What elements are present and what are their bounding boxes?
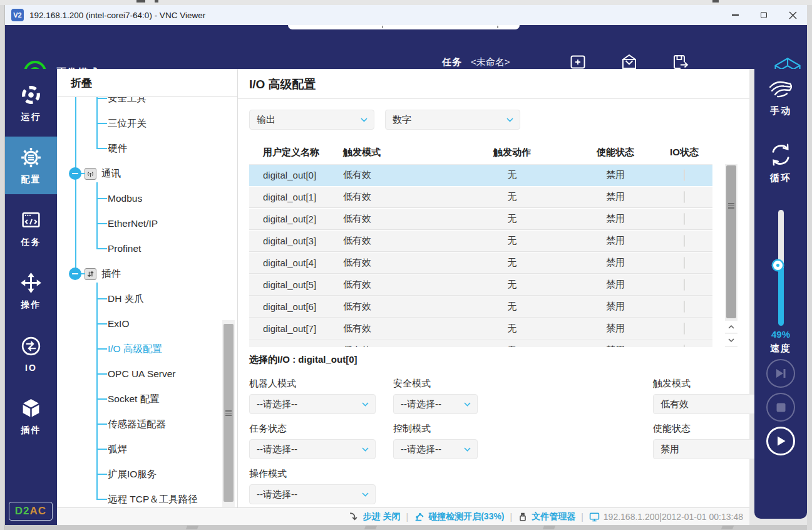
io-state-checkbox[interactable] [684,345,685,347]
sidebar-item-config[interactable]: 配置 [5,137,57,194]
desktop-artifact [155,0,158,3]
play-button[interactable] [766,427,795,455]
loop-mode-button[interactable]: 循环 [754,142,807,184]
table-row[interactable]: digital_out[2] 低有效 无 禁用 [249,209,712,230]
sidebar-item-io[interactable]: IO [5,325,57,382]
trigger-action-cell: 无 [450,323,575,335]
table-row[interactable]: digital_out[3] 低有效 无 禁用 [249,231,712,252]
enable-state-cell: 禁用 [575,301,656,313]
form-field-select[interactable]: --请选择-- [249,394,376,414]
app-header: 正常模式 任务 <未命名> 配置 default 新建 打开 [5,25,807,69]
tree-item[interactable]: Modbus [57,186,237,211]
right-control-sidebar: 手动 循环 49% 速度 [754,69,807,519]
tree-item[interactable]: I/O 高级配置 [57,336,237,361]
table-scrollbar[interactable] [725,164,737,347]
slider-thumb[interactable] [773,261,783,270]
sidebar-item-operate[interactable]: 操作 [5,262,57,320]
select-value: --请选择-- [401,444,441,455]
signal-type-select[interactable]: 数字 [385,110,520,130]
form-field: 安全模式 --请选择-- [393,378,653,414]
tree-item-label: Modbus [108,193,142,204]
io-state-checkbox[interactable] [684,279,685,291]
enable-state-cell: 禁用 [575,279,656,291]
io-name-cell: digital_out[4] [249,257,343,268]
io-name-cell: digital_out[1] [249,192,343,202]
tree-item[interactable]: 硬件 [57,136,237,161]
io-name-cell: digital_out[6] [249,301,343,312]
tree-item[interactable]: 扩展IO服务 [57,462,237,487]
file-manager-button[interactable]: 文件管理器 [518,511,575,522]
io-state-checkbox[interactable] [684,235,685,247]
d2ac-badge[interactable]: D2AC [9,502,53,521]
collapse-toggle-icon[interactable] [69,167,81,180]
tree-item[interactable]: 通讯 [57,161,237,186]
form-field-select[interactable]: --请选择-- [249,439,376,459]
step-forward-button[interactable] [766,359,795,388]
table-row[interactable]: digital_out[5] 低有效 无 禁用 [249,274,712,296]
tree-item[interactable]: 插件 [57,261,237,286]
tree-item[interactable]: Socket 配置 [57,387,237,412]
tree-item-label: OPC UA Server [108,368,176,380]
io-state-checkbox[interactable] [684,213,685,225]
form-field: 触发模式 低有效 [653,378,748,414]
column-header: 用户定义名称 [249,147,343,158]
scroll-up-button[interactable] [725,321,737,333]
manual-mode-button[interactable]: 手动 [754,78,807,117]
stop-button[interactable] [766,393,795,422]
form-field-select[interactable]: --请选择-- [393,394,478,414]
io-direction-select[interactable]: 输出 [249,110,374,130]
tree-item[interactable]: DH 夹爪 [57,286,237,311]
tree-item[interactable]: ExIO [57,311,237,336]
table-row[interactable]: digital_out[0] 低有效 无 禁用 [249,165,712,186]
tree-item-label: 扩展IO服务 [108,468,157,481]
maximize-button[interactable] [749,5,778,25]
tree-item[interactable]: EtherNet/IP [57,211,237,236]
tree-item[interactable]: 三位开关 [57,111,237,136]
tree-scrollbar-thumb[interactable] [224,324,234,502]
io-state-checkbox[interactable] [684,191,685,203]
desktop-edge-bottom [5,525,807,530]
table-row[interactable]: digital_out[1] 低有效 无 禁用 [249,187,712,208]
tree-item[interactable]: Profinet [57,236,237,261]
sidebar-item-plugin[interactable]: 插件 [5,387,57,445]
io-name-cell: digital_out[8] [249,345,343,347]
vnc-toolbar-notch[interactable] [288,25,520,29]
config-tree-panel: 折叠 [57,69,238,507]
tree-scrollbar[interactable] [222,320,235,507]
table-row[interactable]: digital_out[7] 低有效 无 禁用 [249,318,712,340]
table-row[interactable]: digital_out[4] 低有效 无 禁用 [249,252,712,274]
step-mode-status[interactable]: 步进 关闭 [349,511,401,522]
file-manager-text: 文件管理器 [532,511,575,522]
column-header: 触发模式 [343,147,450,158]
table-scrollbar-thumb[interactable] [726,165,736,318]
io-state-checkbox[interactable] [684,169,685,181]
collapse-header[interactable]: 折叠 [57,69,237,97]
slider-track-lower[interactable] [778,268,784,326]
form-field-select[interactable]: --请选择-- [249,484,376,504]
tree-item[interactable]: 远程 TCP＆工具路径 [57,487,237,507]
trigger-action-cell: 无 [450,345,575,347]
form-field-select[interactable]: --请选择-- [393,439,478,459]
enable-state-cell: 禁用 [575,323,656,335]
step-mode-text: 步进 关闭 [363,511,401,522]
sidebar-item-task[interactable]: 任务 [5,199,57,257]
table-row[interactable]: digital_out[6] 低有效 无 禁用 [249,296,712,318]
tree-item[interactable]: OPC UA Server [57,361,237,387]
collapse-toggle-icon[interactable] [69,268,81,280]
watermark [721,526,734,529]
desktop-artifact [136,0,145,3]
io-state-checkbox[interactable] [684,301,685,313]
io-state-checkbox[interactable] [684,257,685,269]
scroll-down-button[interactable] [725,334,737,346]
vnc-titlebar[interactable]: V2 192.168.1.200 (intel-corei7-64:0) - V… [5,5,807,25]
table-row[interactable]: digital_out[8] 低有效 无 禁用 [249,340,712,347]
tree-item[interactable]: 安全工具 [57,97,237,111]
tree-item[interactable]: 弧焊 [57,437,237,462]
tree-item[interactable]: 传感器适配器 [57,412,237,437]
minimize-button[interactable] [721,5,749,25]
sidebar-item-run[interactable]: 运行 [5,74,57,132]
io-state-checkbox[interactable] [684,323,685,335]
close-button[interactable] [778,5,807,25]
speed-slider[interactable] [778,210,784,326]
collision-detection-status[interactable]: 碰撞检测开启(33%) [414,511,504,522]
